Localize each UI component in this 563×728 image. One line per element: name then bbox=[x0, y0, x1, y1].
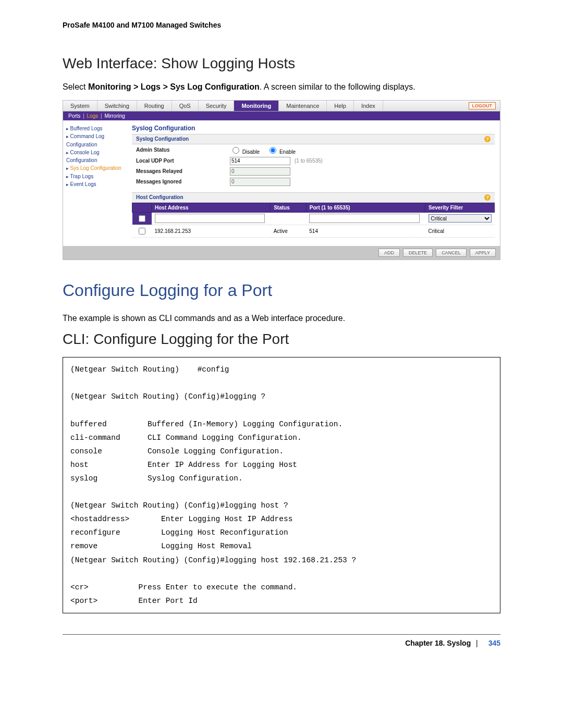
table-row-new: Critical bbox=[132, 212, 495, 225]
messages-ignored-label: Messages Ignored bbox=[136, 179, 230, 184]
tab-routing[interactable]: Routing bbox=[137, 101, 172, 111]
tab-qos[interactable]: QoS bbox=[172, 101, 199, 111]
footer-chapter: Chapter 18. Syslog bbox=[405, 639, 471, 647]
sidebar-item-event-logs[interactable]: Event Logs bbox=[66, 180, 129, 189]
help-icon[interactable]: ? bbox=[484, 194, 491, 201]
tab-help[interactable]: Help bbox=[327, 101, 354, 111]
sub-nav: Ports | Logs | Mirroring bbox=[63, 112, 500, 120]
help-icon[interactable]: ? bbox=[484, 136, 491, 142]
sidebar-item-command-log-config[interactable]: Command Log Configuration bbox=[66, 132, 129, 149]
cli-output-box: (Netgear Switch Routing) #config (Netgea… bbox=[63, 357, 500, 613]
col-severity: Severity Filter bbox=[425, 203, 495, 212]
section-heading-web: Web Interface: Show Logging Hosts bbox=[63, 55, 500, 72]
tab-index[interactable]: Index bbox=[354, 101, 383, 111]
new-status bbox=[271, 212, 307, 225]
col-host-address: Host Address bbox=[152, 203, 271, 212]
cancel-button[interactable]: CANCEL bbox=[436, 249, 467, 257]
new-severity-select[interactable]: Critical bbox=[429, 214, 492, 223]
add-button[interactable]: ADD bbox=[378, 249, 400, 257]
web-intro: Select Monitoring > Logs > Sys Log Confi… bbox=[63, 81, 500, 93]
tab-system[interactable]: System bbox=[63, 101, 97, 111]
messages-relayed-label: Messages Relayed bbox=[136, 168, 230, 174]
section-header-syslog-label: Syslog Configuration bbox=[136, 136, 189, 142]
messages-relayed-value bbox=[230, 167, 290, 176]
admin-status-enable[interactable]: Enable bbox=[267, 145, 296, 155]
running-header: ProSafe M4100 and M7100 Managed Switches bbox=[63, 21, 500, 29]
col-port: Port (1 to 65535) bbox=[306, 203, 425, 212]
web-intro-pre: Select bbox=[63, 82, 88, 91]
host-config-table: Host Address Status Port (1 to 65535) Se… bbox=[132, 203, 495, 238]
local-udp-port-hint: (1 to 65535) bbox=[295, 158, 323, 164]
apply-button[interactable]: APPLY bbox=[470, 249, 496, 257]
tab-monitoring[interactable]: Monitoring bbox=[234, 101, 279, 111]
row-check-new[interactable] bbox=[139, 215, 145, 222]
row-check[interactable] bbox=[139, 228, 145, 235]
new-port-input[interactable] bbox=[309, 214, 419, 223]
local-udp-port-input[interactable] bbox=[230, 157, 290, 165]
left-sidebar: Buffered Logs Command Log Configuration … bbox=[63, 120, 132, 246]
cell-host: 192.168.21.253 bbox=[152, 225, 271, 237]
footer-page-number: 345 bbox=[488, 639, 500, 647]
section-header-host: Host Configuration ? bbox=[132, 192, 495, 203]
major-heading: Configure Logging for a Port bbox=[63, 281, 500, 300]
cli-output: (Netgear Switch Routing) #config (Netgea… bbox=[70, 363, 493, 608]
tab-maintenance[interactable]: Maintenance bbox=[279, 101, 327, 111]
subnav-ports[interactable]: Ports bbox=[68, 113, 80, 119]
screenshot-syslog-config: System Switching Routing QoS Security Mo… bbox=[63, 100, 500, 260]
web-intro-post: . A screen similar to the following disp… bbox=[260, 82, 415, 91]
sidebar-item-sys-log-config[interactable]: Sys Log Configuration bbox=[66, 164, 129, 172]
admin-status-disable[interactable]: Disable bbox=[230, 145, 260, 155]
sidebar-item-trap-logs[interactable]: Trap Logs bbox=[66, 172, 129, 181]
new-host-input[interactable] bbox=[155, 214, 265, 223]
cell-severity: Critical bbox=[425, 225, 495, 237]
col-status: Status bbox=[271, 203, 307, 212]
sidebar-item-buffered-logs[interactable]: Buffered Logs bbox=[66, 125, 129, 133]
local-udp-port-label: Local UDP Port bbox=[136, 158, 230, 164]
section-header-syslog: Syslog Configuration ? bbox=[132, 134, 495, 144]
subnav-mirroring[interactable]: Mirroring bbox=[104, 113, 125, 119]
top-tabs: System Switching Routing QoS Security Mo… bbox=[63, 101, 500, 112]
page-footer: Chapter 18. Syslog | 345 bbox=[63, 634, 500, 647]
sidebar-item-console-log-config[interactable]: Console Log Configuration bbox=[66, 149, 129, 165]
cell-port: 514 bbox=[306, 225, 425, 237]
logout-button[interactable]: LOGOUT bbox=[469, 102, 496, 109]
cell-status: Active bbox=[271, 225, 307, 237]
section-header-host-label: Host Configuration bbox=[136, 194, 183, 201]
block-title-syslog: Syslog Configuration bbox=[132, 125, 495, 132]
tab-security[interactable]: Security bbox=[199, 101, 235, 111]
action-bar: ADD DELETE CANCEL APPLY bbox=[63, 246, 500, 260]
section-heading-cli: CLI: Configure Logging for the Port bbox=[63, 331, 500, 348]
major-intro: The example is shown as CLI commands and… bbox=[63, 313, 500, 324]
messages-ignored-value bbox=[230, 178, 290, 186]
admin-status-label: Admin Status bbox=[136, 147, 230, 153]
delete-button[interactable]: DELETE bbox=[403, 249, 433, 257]
tab-switching[interactable]: Switching bbox=[97, 101, 137, 111]
col-check bbox=[132, 203, 152, 212]
table-row: 192.168.21.253 Active 514 Critical bbox=[132, 225, 495, 237]
web-intro-nav: Monitoring > Logs > Sys Log Configuratio… bbox=[88, 82, 260, 91]
subnav-logs[interactable]: Logs bbox=[87, 113, 99, 119]
